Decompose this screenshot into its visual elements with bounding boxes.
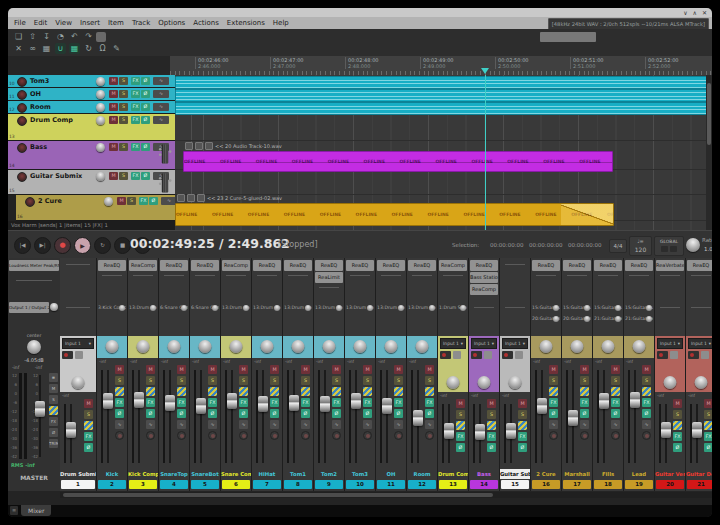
- fader-handle[interactable]: [444, 423, 454, 439]
- empty-send-slot[interactable]: [660, 307, 680, 308]
- strip-name[interactable]: Guitar Delay: [686, 469, 712, 479]
- send-slot[interactable]: 21:Guitar Delay: [594, 314, 622, 324]
- solo-button[interactable]: S: [270, 376, 279, 385]
- send-knob[interactable]: [212, 305, 218, 311]
- send-knob[interactable]: [181, 305, 187, 311]
- fader-track[interactable]: [138, 370, 140, 463]
- solo-button[interactable]: S: [642, 376, 651, 385]
- mute-button[interactable]: M: [109, 143, 118, 151]
- record-arm-button[interactable]: [17, 103, 27, 113]
- phase-button[interactable]: Ø: [146, 409, 155, 418]
- send-slot[interactable]: 13:Drum Comp: [346, 303, 374, 313]
- solo-button[interactable]: S: [208, 376, 217, 385]
- fader-handle[interactable]: [258, 396, 268, 412]
- record-arm-button[interactable]: [115, 431, 124, 440]
- route-button[interactable]: [49, 406, 58, 415]
- menu-item[interactable]: Edit: [34, 19, 48, 27]
- mixer-strip[interactable]: ReaEQ 15:Guitar Subm20:Guitar Verb -inf …: [562, 258, 593, 491]
- record-arm-button[interactable]: [17, 77, 27, 87]
- media-item-oh[interactable]: [175, 89, 708, 102]
- route-button[interactable]: [270, 387, 279, 396]
- pan-knob[interactable]: [447, 376, 460, 389]
- solo-button[interactable]: S: [580, 376, 589, 385]
- fx-slot[interactable]: ReaEQ: [160, 260, 188, 271]
- solo-button[interactable]: S: [332, 376, 341, 385]
- record-monitor-button[interactable]: [670, 351, 678, 359]
- empty-fx-slot[interactable]: [164, 275, 184, 276]
- empty-fx-slot[interactable]: [412, 275, 432, 276]
- pan-knob[interactable]: [633, 340, 646, 353]
- menu-item[interactable]: File: [14, 19, 26, 27]
- strip-number[interactable]: 20: [656, 480, 684, 489]
- menu-item[interactable]: Track: [132, 19, 150, 27]
- fx-slot[interactable]: ReaComp: [129, 260, 157, 271]
- mute-button[interactable]: M: [456, 399, 465, 408]
- snap-magnet-icon[interactable]: ∪: [55, 43, 66, 54]
- mixer-strip[interactable]: ReaEQBass Station IIReaComp Input 1▾ -in…: [469, 258, 500, 491]
- track-panel-row[interactable]: 11 OH M S FX Ø ∿: [8, 88, 175, 101]
- envelope-button[interactable]: ∿: [301, 420, 310, 429]
- phase-button[interactable]: Ø: [141, 116, 150, 124]
- pan-knob[interactable]: [230, 340, 243, 353]
- record-arm-button[interactable]: [332, 431, 341, 440]
- new-project-icon[interactable]: ❏: [13, 31, 24, 42]
- envelope-button[interactable]: ∿: [153, 103, 169, 111]
- fader-handle[interactable]: [289, 395, 299, 411]
- strip-number[interactable]: 11: [377, 480, 405, 489]
- mixer-strip[interactable]: ReaEQ 15:Guitar Subm20:Guitar Verb -inf …: [531, 258, 562, 491]
- fx-slot[interactable]: ReaComp: [439, 260, 467, 271]
- fx-button[interactable]: FX: [704, 432, 712, 441]
- track-name[interactable]: Drum Comp: [30, 116, 73, 124]
- mixer-strip[interactable]: ReaEQ 13:Drum Comp -inf M S FX Ø ∿ Tom3 …: [345, 258, 376, 491]
- mute-button[interactable]: M: [239, 365, 248, 374]
- fx-slot[interactable]: ReaLimit: [315, 272, 343, 283]
- solo-button[interactable]: S: [425, 376, 434, 385]
- empty-fx-slot[interactable]: [226, 275, 246, 276]
- strip-number[interactable]: 18: [594, 480, 622, 489]
- item-button-icon[interactable]: [187, 194, 195, 202]
- pan-knob[interactable]: [292, 340, 305, 353]
- mute-button[interactable]: M: [208, 365, 217, 374]
- rate-value[interactable]: 1.0: [704, 246, 712, 252]
- input-selector[interactable]: Input 1▾: [657, 338, 683, 349]
- tempo-value[interactable]: 120: [630, 246, 651, 254]
- pan-knob[interactable]: [354, 340, 367, 353]
- mute-button[interactable]: M: [301, 365, 310, 374]
- send-knob[interactable]: [305, 305, 311, 311]
- menu-item[interactable]: Extensions: [227, 19, 265, 27]
- phase-button[interactable]: Ø: [580, 409, 589, 418]
- mixer-strip[interactable]: ReaEQ Input 1▾ -inf M S FX Ø: [686, 258, 712, 491]
- strip-name[interactable]: OH: [376, 469, 406, 479]
- fx-slot[interactable]: ReaComp: [222, 260, 250, 271]
- lock-icon[interactable]: Ω: [97, 43, 108, 54]
- record-arm-button[interactable]: [657, 351, 668, 359]
- go-to-start-button[interactable]: |◀: [14, 237, 31, 254]
- fx-button[interactable]: FX: [518, 432, 527, 441]
- pan-knob[interactable]: [96, 90, 105, 99]
- send-knob[interactable]: [646, 305, 652, 311]
- strip-name[interactable]: Snare Comp: [221, 469, 251, 479]
- tempo-box[interactable]: ♩= 120: [629, 236, 652, 256]
- menu-item[interactable]: Actions: [193, 19, 219, 27]
- send-slot[interactable]: 13:Drum Comp: [284, 303, 312, 313]
- fx-slot[interactable]: ReaEQ: [625, 260, 653, 271]
- mute-button[interactable]: M: [549, 365, 558, 374]
- fx-button[interactable]: FX: [146, 398, 155, 407]
- envelope-button[interactable]: ∿: [153, 116, 169, 124]
- fx-slot[interactable]: ReaEQ: [377, 260, 405, 271]
- global-automation-button[interactable]: GLOBAL: [654, 236, 684, 256]
- send-slot[interactable]: 15:Guitar Subm: [563, 303, 591, 313]
- record-monitor-button[interactable]: [701, 351, 709, 359]
- fader-handle[interactable]: [692, 422, 702, 438]
- empty-fx-slot[interactable]: [505, 264, 525, 265]
- strip-number[interactable]: 4: [160, 480, 188, 489]
- send-knob[interactable]: [553, 316, 559, 322]
- track-panel-row[interactable]: 16 2 Cure M S FX Ø ∿: [16, 195, 175, 221]
- phase-button[interactable]: Ø: [673, 443, 682, 452]
- mixer-strip[interactable]: ReaEQReaLimit 13:Drum Comp -inf M S FX Ø…: [314, 258, 345, 491]
- fader-track[interactable]: [634, 370, 636, 463]
- solo-button[interactable]: S: [119, 103, 128, 111]
- fader-handle[interactable]: [165, 395, 175, 411]
- time-signature[interactable]: 4/4: [609, 239, 627, 253]
- pan-knob[interactable]: [385, 340, 398, 353]
